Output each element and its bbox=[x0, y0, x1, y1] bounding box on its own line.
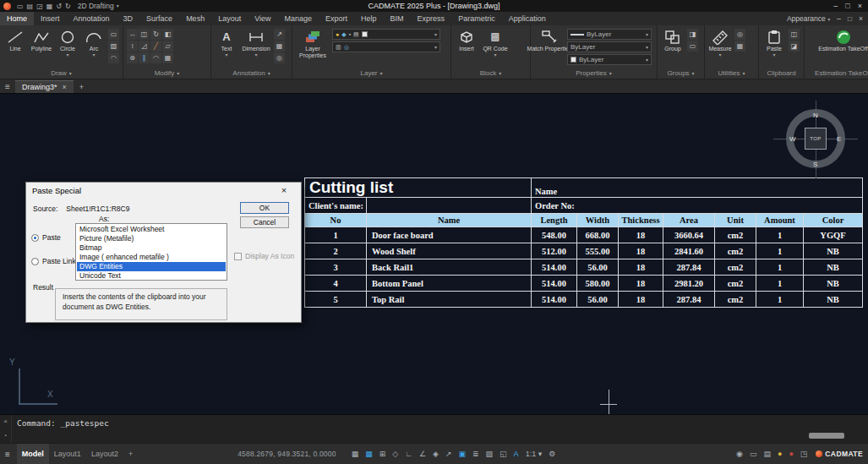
lineweight-dropdown[interactable]: ByLayer ▾ bbox=[567, 54, 652, 65]
annotation-tool-icon[interactable]: ▦ bbox=[274, 41, 285, 52]
save-icon[interactable]: ◲ bbox=[36, 3, 43, 10]
status-icon[interactable]: ◱ bbox=[496, 450, 510, 458]
workspace-switcher[interactable]: 2D Drafting ▾ bbox=[78, 2, 119, 10]
group-tool-icon[interactable]: ▭ bbox=[687, 41, 698, 52]
layer-on-icon[interactable]: ● bbox=[336, 31, 339, 37]
status-icon[interactable]: ↗ bbox=[442, 450, 456, 458]
clipboard-tool-icon[interactable]: ◫ bbox=[789, 29, 800, 40]
circle-button[interactable]: Circle ▾ bbox=[56, 29, 79, 57]
insert-block-button[interactable]: Insert bbox=[455, 29, 478, 52]
cancel-button[interactable]: Cancel bbox=[240, 216, 289, 228]
paste-list[interactable]: Microsoft Excel WorksheetPicture (Metafi… bbox=[75, 223, 227, 281]
compass-east-label[interactable]: E bbox=[837, 135, 841, 143]
ribbon-tab[interactable]: Annotation bbox=[67, 12, 117, 25]
paste-button[interactable]: Paste ▾ bbox=[762, 29, 786, 57]
model-tab[interactable]: Model bbox=[17, 444, 49, 464]
modify-panel-label[interactable]: Modify▾ bbox=[123, 68, 210, 79]
undo-icon[interactable]: ↺ bbox=[56, 3, 62, 10]
command-input[interactable]: Command: _pastespec bbox=[12, 415, 868, 443]
command-scrollbar[interactable] bbox=[809, 433, 844, 439]
ribbon-tab[interactable]: BIM bbox=[384, 12, 411, 25]
group-button[interactable]: Group bbox=[661, 29, 685, 52]
measure-button[interactable]: Measure ▾ bbox=[708, 29, 732, 57]
status-icon[interactable]: ∠ bbox=[416, 450, 429, 458]
dialog-titlebar[interactable]: Paste Special × bbox=[26, 183, 301, 198]
ribbon-tab[interactable]: Surface bbox=[139, 12, 179, 25]
draw-tool-icon[interactable]: ▭ bbox=[108, 29, 119, 40]
layer-plot-icon[interactable]: ▤ bbox=[353, 31, 359, 37]
list-item[interactable]: Bitmap bbox=[77, 243, 226, 253]
new-layout-button[interactable]: + bbox=[123, 450, 138, 458]
utility-tool-icon[interactable]: ◎ bbox=[734, 29, 745, 40]
properties-panel-label[interactable]: Properties▾ bbox=[531, 68, 657, 79]
paste-link-radio[interactable]: Paste Link bbox=[31, 257, 76, 265]
ribbon-tab[interactable]: Home bbox=[0, 12, 34, 25]
ribbon-tab[interactable]: Parametric bbox=[451, 12, 502, 25]
utilities-panel-label[interactable]: Utilities▾ bbox=[705, 68, 758, 79]
annotation-tool-icon[interactable]: ◎ bbox=[274, 52, 285, 63]
draw-tool-icon[interactable]: ▨ bbox=[108, 41, 119, 52]
status-icon[interactable]: ◈ bbox=[429, 450, 442, 458]
doc-restore-button[interactable]: □ bbox=[848, 14, 852, 23]
ribbon-tab[interactable]: Help bbox=[354, 12, 384, 25]
list-item[interactable]: Picture (Metafile) bbox=[77, 234, 226, 243]
modify-tool-icon[interactable]: ↔ bbox=[127, 29, 138, 40]
tab-close-icon[interactable]: × bbox=[63, 83, 67, 91]
status-icon[interactable]: ∟ bbox=[401, 450, 416, 458]
status-icon[interactable]: ▤ bbox=[760, 450, 774, 458]
ribbon-tab[interactable]: View bbox=[248, 12, 277, 25]
layer-filter-combo[interactable]: ▥ ◎ ▾ bbox=[332, 41, 440, 52]
utility-tool-icon[interactable]: ▦ bbox=[734, 41, 745, 52]
ribbon-tab[interactable]: Layout bbox=[211, 12, 248, 25]
ribbon-tab[interactable]: Export bbox=[319, 12, 354, 25]
status-icon[interactable]: ▦ bbox=[348, 450, 363, 458]
layer-lock-icon[interactable]: ▪ bbox=[349, 31, 351, 37]
layout2-tab[interactable]: Layout2 bbox=[86, 450, 123, 458]
ribbon-tab[interactable]: Manage bbox=[278, 12, 319, 25]
open-file-icon[interactable]: ▤ bbox=[27, 3, 34, 10]
close-command-icon[interactable]: × bbox=[3, 418, 8, 425]
status-icon[interactable]: ● bbox=[785, 450, 796, 458]
new-tab-button[interactable]: + bbox=[79, 83, 84, 93]
status-icon[interactable]: ▣ bbox=[456, 450, 470, 458]
annotation-tool-icon[interactable]: ↗ bbox=[274, 29, 285, 40]
layer-state-combo[interactable]: ● ◆ ▪ ▤ ▾ bbox=[332, 29, 440, 40]
line-button[interactable]: Line bbox=[3, 29, 27, 52]
modify-tool-icon[interactable]: ⊛ bbox=[127, 52, 138, 63]
modify-tool-icon[interactable]: ◠ bbox=[150, 52, 161, 63]
text-button[interactable]: A Text ▾ bbox=[215, 29, 238, 57]
status-icon[interactable]: ▨ bbox=[483, 450, 497, 458]
arc-button[interactable]: Arc ▾ bbox=[82, 29, 106, 57]
ribbon-tab[interactable]: 3D bbox=[117, 12, 140, 25]
modify-tool-icon[interactable]: ↕ bbox=[127, 41, 138, 52]
status-icon[interactable]: ▦ bbox=[362, 450, 376, 458]
modify-tool-icon[interactable]: ◿ bbox=[139, 41, 150, 52]
modify-tool-icon[interactable]: ▦ bbox=[162, 52, 173, 63]
list-item[interactable]: Image ( enhanced metafile ) bbox=[77, 253, 226, 262]
compass-south-label[interactable]: S bbox=[813, 161, 817, 168]
layer-freeze-icon[interactable]: ◆ bbox=[341, 31, 346, 37]
status-icon[interactable]: ● bbox=[774, 450, 785, 458]
view-compass[interactable]: TOP N S W E bbox=[773, 101, 858, 178]
status-icon[interactable]: ◉ bbox=[733, 450, 746, 458]
modify-tool-icon[interactable]: ▱ bbox=[162, 41, 173, 52]
estimation-takeoff-button[interactable]: Estimation TakeOff bbox=[817, 29, 868, 52]
dimension-button[interactable]: Dimension ▾ bbox=[241, 29, 271, 57]
linetype-dropdown[interactable]: ByLayer ▾ bbox=[567, 41, 652, 52]
annotation-panel-label[interactable]: Annotation▾ bbox=[211, 68, 292, 79]
ribbon-tab[interactable]: Insert bbox=[34, 12, 67, 25]
modify-tool-icon[interactable]: ∥ bbox=[139, 52, 150, 63]
paste-radio[interactable]: Paste bbox=[31, 233, 61, 242]
doc-close-button[interactable]: × bbox=[859, 14, 863, 23]
status-icon[interactable]: ▭ bbox=[746, 450, 761, 458]
minimize-button[interactable]: – bbox=[833, 2, 838, 10]
redo-icon[interactable]: ↻ bbox=[65, 3, 71, 10]
list-item[interactable]: Unicode Text bbox=[77, 271, 226, 281]
appearance-menu[interactable]: Appearance ▾ bbox=[787, 14, 830, 23]
compass-west-label[interactable]: W bbox=[789, 135, 796, 143]
ok-button[interactable]: OK bbox=[240, 202, 289, 214]
app-logo-icon[interactable] bbox=[3, 3, 11, 10]
drawing-canvas[interactable]: Cutting list Name Client's name: Order N… bbox=[0, 94, 868, 414]
color-dropdown[interactable]: ByLayer ▾ bbox=[567, 29, 652, 40]
new-file-icon[interactable]: ▭ bbox=[17, 3, 24, 10]
